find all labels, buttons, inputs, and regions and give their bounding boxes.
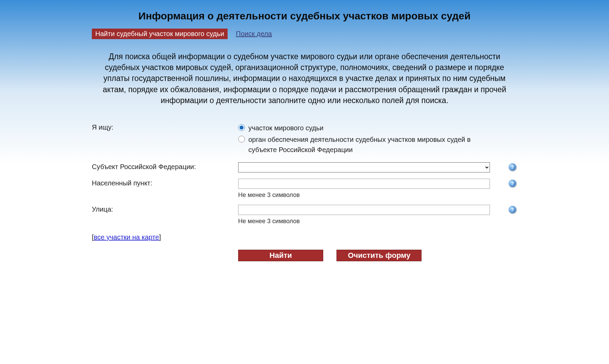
radio-support-body[interactable] [238,136,245,143]
radio-court-area[interactable] [238,124,245,131]
locality-label: Населенный пункт: [92,179,238,187]
tab-case-search[interactable]: Поиск дела [236,30,272,38]
search-button[interactable]: Найти [238,250,323,261]
subject-select[interactable] [238,162,490,172]
locality-input[interactable] [238,179,490,189]
radio-court-area-label[interactable]: участок мирового судьи [248,123,324,133]
page-title: Информация о деятельности судебных участ… [92,10,517,22]
street-input[interactable] [238,205,490,215]
locality-hint: Не менее 3 символов [238,192,490,199]
street-hint: Не менее 3 символов [238,218,490,225]
searching-for-label: Я ищу: [92,123,238,131]
help-icon[interactable]: ? [509,180,516,187]
clear-button[interactable]: Очистить форму [336,250,422,261]
bracket-close: ] [159,233,161,241]
street-label: Улица: [92,205,238,213]
radio-support-body-label[interactable]: орган обеспечения деятельности судебных … [248,134,490,155]
all-areas-map-link[interactable]: все участки на карте [94,233,159,241]
tab-find-court[interactable]: Найти судебный участок мирового судьи [92,29,228,39]
tabs: Найти судебный участок мирового судьи По… [92,29,517,39]
description-text: Для поиска общей информации о судебном у… [97,51,512,106]
subject-label: Субъект Российской Федерации: [92,162,238,171]
help-icon[interactable]: ? [509,206,516,213]
help-icon[interactable]: ? [509,163,516,171]
